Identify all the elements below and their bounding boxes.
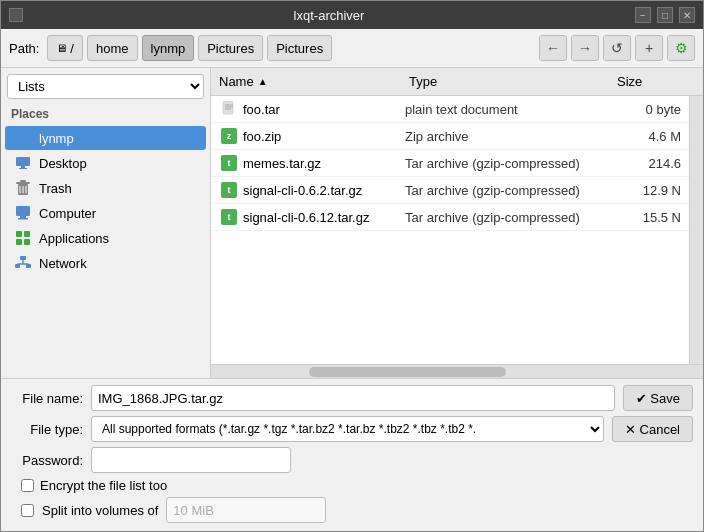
- add-button[interactable]: +: [635, 35, 663, 61]
- svg-rect-13: [18, 218, 28, 220]
- table-row[interactable]: t memes.tar.gz Tar archive (gzip-compres…: [211, 150, 689, 177]
- window-title: lxqt-archiver: [23, 8, 635, 23]
- sidebar-network-label: Network: [39, 256, 87, 271]
- sidebar-dropdown[interactable]: Lists: [7, 74, 204, 99]
- svg-rect-1: [15, 132, 22, 136]
- window-icon: [9, 8, 23, 22]
- table-row[interactable]: t signal-cli-0.6.2.tar.gz Tar archive (g…: [211, 177, 689, 204]
- sidebar-applications-label: Applications: [39, 231, 109, 246]
- file-name: signal-cli-0.6.12.tar.gz: [243, 210, 405, 225]
- svg-rect-6: [16, 182, 30, 184]
- table-row[interactable]: t signal-cli-0.6.12.tar.gz Tar archive (…: [211, 204, 689, 231]
- path-root-btn[interactable]: 🖥 /: [47, 35, 83, 61]
- hscroll-thumb: [309, 367, 506, 377]
- file-name: foo.tar: [243, 102, 405, 117]
- svg-rect-17: [24, 239, 30, 245]
- lists-select[interactable]: Lists: [7, 74, 204, 99]
- col-type-header[interactable]: Type: [401, 72, 609, 91]
- apps-icon: [15, 230, 31, 246]
- file-type: Tar archive (gzip-compressed): [405, 156, 609, 171]
- file-type: plain text document: [405, 102, 609, 117]
- save-button[interactable]: ✔ Save: [623, 385, 693, 411]
- filename-label: File name:: [11, 391, 83, 406]
- forward-button[interactable]: →: [571, 35, 599, 61]
- file-type: Tar archive (gzip-compressed): [405, 210, 609, 225]
- file-size: 12.9 N: [609, 183, 689, 198]
- sidebar-item-trash[interactable]: Trash: [5, 176, 206, 200]
- targz-icon: t: [219, 153, 239, 173]
- path-lynmp-btn[interactable]: lynmp: [142, 35, 195, 61]
- encrypt-label: Encrypt the file list too: [40, 478, 167, 493]
- sidebar: Lists Places lynmp: [1, 68, 211, 378]
- vertical-scrollbar[interactable]: [689, 96, 703, 364]
- refresh-button[interactable]: ↺: [603, 35, 631, 61]
- file-type: Zip archive: [405, 129, 609, 144]
- sidebar-item-network[interactable]: Network: [5, 251, 206, 275]
- filename-input[interactable]: [91, 385, 615, 411]
- col-size-header[interactable]: Size: [609, 72, 689, 91]
- trash-icon: [15, 180, 31, 196]
- sidebar-items: lynmp Desktop: [1, 123, 210, 378]
- cancel-button[interactable]: ✕ Cancel: [612, 416, 693, 442]
- col-name-header[interactable]: Name ▲: [211, 72, 401, 91]
- path-pictures1-btn[interactable]: Pictures: [198, 35, 263, 61]
- bottom-section: File name: ✔ Save File type: All support…: [1, 378, 703, 531]
- network-icon: [15, 255, 31, 271]
- svg-rect-18: [20, 256, 26, 260]
- filetype-label: File type:: [11, 422, 83, 437]
- scroll-spacer: [689, 72, 703, 91]
- maximize-button[interactable]: □: [657, 7, 673, 23]
- svg-rect-2: [16, 157, 30, 166]
- volumes-row: Split into volumes of: [21, 497, 693, 523]
- close-button[interactable]: ✕: [679, 7, 695, 23]
- horizontal-scrollbar[interactable]: [211, 364, 703, 378]
- file-name: foo.zip: [243, 129, 405, 144]
- svg-rect-3: [21, 166, 25, 168]
- svg-rect-16: [16, 239, 22, 245]
- back-button[interactable]: ←: [539, 35, 567, 61]
- password-row: Password:: [11, 447, 693, 473]
- text-file-icon: [219, 99, 239, 119]
- password-label: Password:: [11, 453, 83, 468]
- table-row[interactable]: foo.tar plain text document 0 byte: [211, 96, 689, 123]
- path-label: Path:: [9, 41, 39, 56]
- file-name: memes.tar.gz: [243, 156, 405, 171]
- volumes-label: Split into volumes of: [42, 503, 158, 518]
- volumes-input[interactable]: [166, 497, 326, 523]
- file-table-header: Name ▲ Type Size: [211, 68, 703, 96]
- svg-rect-7: [20, 180, 26, 182]
- sidebar-desktop-label: Desktop: [39, 156, 87, 171]
- minimize-button[interactable]: −: [635, 7, 651, 23]
- encrypt-row: Encrypt the file list too: [21, 478, 693, 493]
- svg-rect-11: [16, 206, 30, 216]
- path-home-btn[interactable]: home: [87, 35, 138, 61]
- sidebar-lynmp-label: lynmp: [39, 131, 74, 146]
- toolbar: Path: 🖥 / home lynmp Pictures Pictures ←…: [1, 29, 703, 68]
- file-size: 214.6: [609, 156, 689, 171]
- sidebar-trash-label: Trash: [39, 181, 72, 196]
- table-row[interactable]: z foo.zip Zip archive 4.6 M: [211, 123, 689, 150]
- file-list-container: foo.tar plain text document 0 byte z foo…: [211, 96, 703, 364]
- filename-row: File name: ✔ Save: [11, 385, 693, 411]
- filetype-select[interactable]: All supported formats (*.tar.gz *.tgz *.…: [91, 416, 604, 442]
- targz-icon: t: [219, 207, 239, 227]
- password-input[interactable]: [91, 447, 291, 473]
- volumes-checkbox[interactable]: [21, 504, 34, 517]
- titlebar: lxqt-archiver − □ ✕: [1, 1, 703, 29]
- svg-rect-4: [19, 168, 27, 169]
- sidebar-item-desktop[interactable]: Desktop: [5, 151, 206, 175]
- sidebar-computer-label: Computer: [39, 206, 96, 221]
- sidebar-item-lynmp[interactable]: lynmp: [5, 126, 206, 150]
- encrypt-checkbox[interactable]: [21, 479, 34, 492]
- filetype-row: File type: All supported formats (*.tar.…: [11, 416, 693, 442]
- computer-icon: [15, 205, 31, 221]
- window-controls: − □ ✕: [635, 7, 695, 23]
- file-size: 4.6 M: [609, 129, 689, 144]
- sort-indicator: ▲: [258, 76, 268, 87]
- zip-icon: z: [219, 126, 239, 146]
- path-pictures2-btn[interactable]: Pictures: [267, 35, 332, 61]
- sidebar-item-computer[interactable]: Computer: [5, 201, 206, 225]
- main-window: lxqt-archiver − □ ✕ Path: 🖥 / home lynmp…: [0, 0, 704, 532]
- sidebar-item-applications[interactable]: Applications: [5, 226, 206, 250]
- user-button[interactable]: ⚙: [667, 35, 695, 61]
